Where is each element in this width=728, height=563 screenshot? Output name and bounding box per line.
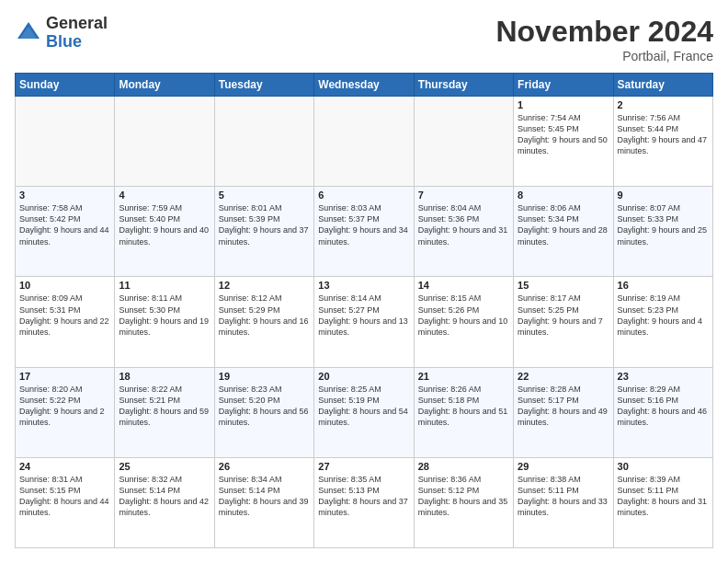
day-info: Sunrise: 8:20 AM Sunset: 5:22 PM Dayligh… [19,384,110,429]
day-number: 16 [618,280,709,291]
calendar-week-row: 17Sunrise: 8:20 AM Sunset: 5:22 PM Dayli… [16,367,713,457]
month-title: November 2024 [495,15,713,49]
day-info: Sunrise: 8:12 AM Sunset: 5:29 PM Dayligh… [219,293,310,338]
day-number: 18 [119,371,210,382]
location: Portbail, France [495,49,713,63]
day-info: Sunrise: 8:32 AM Sunset: 5:14 PM Dayligh… [119,474,210,519]
day-number: 22 [518,371,609,382]
weekday-header: Tuesday [214,74,313,97]
day-number: 5 [219,190,310,201]
calendar-cell: 13Sunrise: 8:14 AM Sunset: 5:27 PM Dayli… [314,277,414,367]
calendar-cell: 7Sunrise: 8:04 AM Sunset: 5:36 PM Daylig… [414,187,513,277]
calendar-cell: 27Sunrise: 8:35 AM Sunset: 5:13 PM Dayli… [314,457,414,547]
weekday-header: Thursday [414,74,513,97]
calendar-cell [414,97,513,187]
day-number: 10 [19,280,110,291]
logo-blue-text: Blue [46,33,108,52]
calendar-cell: 21Sunrise: 8:26 AM Sunset: 5:18 PM Dayli… [414,367,513,457]
day-info: Sunrise: 7:54 AM Sunset: 5:45 PM Dayligh… [518,112,609,157]
calendar-cell: 4Sunrise: 7:59 AM Sunset: 5:40 PM Daylig… [115,187,214,277]
calendar-cell: 28Sunrise: 8:36 AM Sunset: 5:12 PM Dayli… [414,457,513,547]
day-info: Sunrise: 8:29 AM Sunset: 5:16 PM Dayligh… [618,384,709,429]
day-info: Sunrise: 8:28 AM Sunset: 5:17 PM Dayligh… [518,384,609,429]
weekday-header: Monday [115,74,214,97]
day-info: Sunrise: 8:26 AM Sunset: 5:18 PM Dayligh… [418,384,509,429]
calendar-cell: 18Sunrise: 8:22 AM Sunset: 5:21 PM Dayli… [115,367,214,457]
day-info: Sunrise: 8:39 AM Sunset: 5:11 PM Dayligh… [618,474,709,519]
day-info: Sunrise: 8:25 AM Sunset: 5:19 PM Dayligh… [318,384,409,429]
calendar-cell: 2Sunrise: 7:56 AM Sunset: 5:44 PM Daylig… [613,97,712,187]
day-number: 12 [219,280,310,291]
calendar-cell: 26Sunrise: 8:34 AM Sunset: 5:14 PM Dayli… [214,457,313,547]
day-number: 3 [19,190,110,201]
logo-icon [15,19,42,47]
calendar-cell: 29Sunrise: 8:38 AM Sunset: 5:11 PM Dayli… [514,457,613,547]
logo: General Blue [15,15,108,52]
calendar-cell: 25Sunrise: 8:32 AM Sunset: 5:14 PM Dayli… [115,457,214,547]
day-number: 4 [119,190,210,201]
day-info: Sunrise: 8:19 AM Sunset: 5:23 PM Dayligh… [618,293,709,338]
calendar-cell: 11Sunrise: 8:11 AM Sunset: 5:30 PM Dayli… [115,277,214,367]
page: General Blue November 2024 Portbail, Fra… [0,0,728,563]
day-info: Sunrise: 8:17 AM Sunset: 5:25 PM Dayligh… [518,293,609,338]
calendar-cell [16,97,115,187]
day-number: 7 [418,190,509,201]
day-info: Sunrise: 8:22 AM Sunset: 5:21 PM Dayligh… [119,384,210,429]
day-info: Sunrise: 8:38 AM Sunset: 5:11 PM Dayligh… [518,474,609,519]
day-info: Sunrise: 8:09 AM Sunset: 5:31 PM Dayligh… [19,293,110,338]
weekday-header: Saturday [613,74,712,97]
day-info: Sunrise: 8:06 AM Sunset: 5:34 PM Dayligh… [518,202,609,247]
day-number: 2 [618,99,709,110]
calendar-cell: 22Sunrise: 8:28 AM Sunset: 5:17 PM Dayli… [514,367,613,457]
day-number: 15 [518,280,609,291]
calendar-cell [314,97,414,187]
weekday-header: Sunday [16,74,115,97]
day-number: 17 [19,371,110,382]
day-info: Sunrise: 8:03 AM Sunset: 5:37 PM Dayligh… [318,202,409,247]
calendar-week-row: 3Sunrise: 7:58 AM Sunset: 5:42 PM Daylig… [16,187,713,277]
day-info: Sunrise: 8:23 AM Sunset: 5:20 PM Dayligh… [219,384,310,429]
day-number: 8 [518,190,609,201]
header: General Blue November 2024 Portbail, Fra… [15,15,713,63]
calendar-cell: 17Sunrise: 8:20 AM Sunset: 5:22 PM Dayli… [16,367,115,457]
calendar-week-row: 24Sunrise: 8:31 AM Sunset: 5:15 PM Dayli… [16,457,713,547]
day-info: Sunrise: 7:59 AM Sunset: 5:40 PM Dayligh… [119,202,210,247]
weekday-header: Wednesday [314,74,414,97]
day-info: Sunrise: 8:35 AM Sunset: 5:13 PM Dayligh… [318,474,409,519]
day-number: 28 [418,461,509,472]
day-info: Sunrise: 8:07 AM Sunset: 5:33 PM Dayligh… [618,202,709,247]
day-number: 23 [618,371,709,382]
calendar-cell: 10Sunrise: 8:09 AM Sunset: 5:31 PM Dayli… [16,277,115,367]
calendar-cell: 3Sunrise: 7:58 AM Sunset: 5:42 PM Daylig… [16,187,115,277]
day-number: 6 [318,190,409,201]
calendar-header-row: SundayMondayTuesdayWednesdayThursdayFrid… [16,74,713,97]
day-info: Sunrise: 8:31 AM Sunset: 5:15 PM Dayligh… [19,474,110,519]
calendar-cell: 20Sunrise: 8:25 AM Sunset: 5:19 PM Dayli… [314,367,414,457]
calendar-cell: 23Sunrise: 8:29 AM Sunset: 5:16 PM Dayli… [613,367,712,457]
day-info: Sunrise: 8:36 AM Sunset: 5:12 PM Dayligh… [418,474,509,519]
calendar-cell: 1Sunrise: 7:54 AM Sunset: 5:45 PM Daylig… [514,97,613,187]
day-number: 21 [418,371,509,382]
calendar-cell: 15Sunrise: 8:17 AM Sunset: 5:25 PM Dayli… [514,277,613,367]
day-number: 11 [119,280,210,291]
calendar-cell [115,97,214,187]
logo-general-text: General [46,15,108,33]
day-info: Sunrise: 8:15 AM Sunset: 5:26 PM Dayligh… [418,293,509,338]
day-number: 30 [618,461,709,472]
day-number: 13 [318,280,409,291]
day-info: Sunrise: 8:11 AM Sunset: 5:30 PM Dayligh… [119,293,210,338]
day-info: Sunrise: 8:14 AM Sunset: 5:27 PM Dayligh… [318,293,409,338]
day-number: 9 [618,190,709,201]
day-number: 19 [219,371,310,382]
calendar-cell: 16Sunrise: 8:19 AM Sunset: 5:23 PM Dayli… [613,277,712,367]
calendar-cell: 8Sunrise: 8:06 AM Sunset: 5:34 PM Daylig… [514,187,613,277]
day-number: 25 [119,461,210,472]
day-number: 14 [418,280,509,291]
calendar-cell: 5Sunrise: 8:01 AM Sunset: 5:39 PM Daylig… [214,187,313,277]
calendar-cell: 9Sunrise: 8:07 AM Sunset: 5:33 PM Daylig… [613,187,712,277]
day-number: 29 [518,461,609,472]
day-number: 27 [318,461,409,472]
calendar-cell: 30Sunrise: 8:39 AM Sunset: 5:11 PM Dayli… [613,457,712,547]
calendar-cell: 19Sunrise: 8:23 AM Sunset: 5:20 PM Dayli… [214,367,313,457]
calendar-cell: 12Sunrise: 8:12 AM Sunset: 5:29 PM Dayli… [214,277,313,367]
